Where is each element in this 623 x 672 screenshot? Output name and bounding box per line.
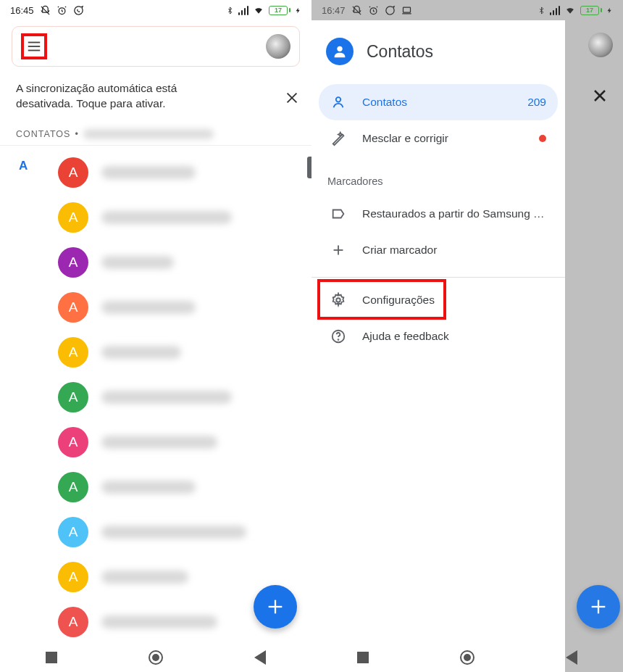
contacts-list-screen: 16:45 17 A sincronização automática está (0, 0, 312, 672)
menu-label: Configurações (362, 294, 435, 307)
person-icon (330, 94, 346, 110)
menu-label: Restaurados a partir do Samsung - ... (362, 207, 546, 220)
index-letter: A (19, 159, 28, 173)
contact-name-blurred (101, 256, 174, 269)
menu-button[interactable] (21, 33, 47, 59)
android-nav-bar (0, 643, 312, 672)
svg-point-17 (337, 46, 342, 51)
svg-point-23 (338, 339, 339, 340)
banner-line1: A sincronização automática está (16, 81, 277, 96)
bluetooth-icon (538, 5, 545, 16)
menu-label: Criar marcador (362, 244, 437, 257)
contacts-section-header: CONTATOS • (0, 122, 312, 145)
contacts-label: CONTATOS (16, 129, 70, 139)
contact-avatar: A (58, 292, 88, 323)
contact-avatar: A (58, 382, 88, 412)
nav-drawer-screen: 16:47 17 (312, 0, 623, 672)
battery-icon: 17 (269, 6, 290, 15)
add-contact-fab (577, 585, 620, 629)
menu-settings[interactable]: Configurações (319, 282, 558, 318)
plus-icon (588, 597, 609, 617)
contact-row[interactable]: A (0, 240, 312, 285)
contact-name-blurred (101, 301, 196, 314)
svg-point-18 (336, 97, 340, 101)
contact-row[interactable]: A (0, 195, 312, 240)
dnd-icon (40, 5, 51, 16)
back-button[interactable] (254, 650, 266, 665)
account-email-blurred (83, 129, 214, 139)
svg-point-21 (336, 298, 340, 302)
sync-banner[interactable]: A sincronização automática está desativa… (0, 74, 312, 122)
contact-name-blurred (101, 526, 246, 539)
wand-icon (330, 130, 346, 146)
clock: 16:47 (322, 5, 346, 16)
home-button[interactable] (149, 650, 163, 665)
contact-name-blurred (101, 391, 232, 404)
charging-icon (606, 5, 613, 16)
navigation-drawer: Contatos Contatos 209 Mesclar e corrigir… (312, 20, 565, 672)
contact-row[interactable]: A (0, 285, 312, 330)
battery-icon: 17 (580, 6, 602, 15)
contact-name-blurred (101, 481, 196, 494)
signal-icon (238, 6, 249, 15)
recent-apps-button[interactable] (357, 652, 369, 663)
dnd-icon (351, 5, 362, 16)
search-bar[interactable] (12, 26, 300, 67)
signal-icon (550, 6, 561, 15)
contact-list[interactable]: A A A A A A A A A A A (0, 146, 312, 644)
banner-close-button[interactable] (284, 90, 300, 106)
contact-name-blurred (101, 615, 217, 629)
menu-label: Contatos (362, 96, 407, 109)
contact-avatar: A (58, 247, 88, 278)
add-contact-fab[interactable] (254, 585, 297, 629)
svg-rect-11 (403, 7, 410, 12)
whatsapp-icon (385, 5, 396, 16)
markers-section-label: Marcadores (312, 162, 565, 193)
contact-name-blurred (101, 211, 232, 224)
profile-avatar[interactable] (266, 34, 290, 59)
back-button[interactable] (566, 650, 577, 665)
bluetooth-icon (226, 5, 234, 16)
divider (312, 277, 565, 278)
menu-label: Mesclar e corrigir (362, 132, 448, 145)
contact-name-blurred (101, 436, 217, 449)
alarm-icon (368, 5, 379, 16)
alert-dot-icon (539, 135, 546, 142)
plus-icon (265, 597, 285, 617)
contact-row[interactable]: A (0, 420, 312, 465)
wifi-icon (253, 6, 264, 15)
contact-avatar: A (58, 517, 88, 547)
contact-row[interactable]: A (0, 465, 312, 510)
plus-icon (330, 242, 346, 258)
contact-avatar: A (58, 337, 88, 368)
drawer-header: Contatos (312, 20, 565, 81)
app-title: Contatos (367, 42, 433, 62)
contact-name-blurred (101, 346, 181, 359)
banner-line2: desativada. Toque para ativar. (16, 96, 277, 112)
contact-avatar: A (58, 157, 88, 188)
contact-row[interactable]: A (0, 510, 312, 555)
contacts-count: 209 (527, 96, 546, 109)
close-icon (284, 90, 300, 106)
contact-name-blurred (101, 166, 196, 179)
menu-contacts[interactable]: Contatos 209 (319, 84, 558, 120)
menu-label-restored[interactable]: Restaurados a partir do Samsung - ... (319, 196, 558, 232)
status-bar: 16:47 17 (312, 0, 623, 20)
contact-row[interactable]: A (0, 375, 312, 420)
recent-apps-button[interactable] (46, 652, 57, 663)
menu-create-label[interactable]: Criar marcador (319, 232, 558, 268)
contact-row[interactable]: A (0, 150, 312, 195)
home-button[interactable] (460, 650, 474, 665)
profile-avatar (588, 33, 613, 57)
menu-label: Ajuda e feedback (362, 330, 449, 343)
charging-icon (295, 5, 301, 16)
contacts-app-icon (326, 38, 354, 65)
menu-help-feedback[interactable]: Ajuda e feedback (319, 318, 558, 354)
menu-merge-fix[interactable]: Mesclar e corrigir (319, 120, 558, 157)
alarm-icon (57, 5, 67, 16)
gear-icon (330, 292, 346, 308)
help-icon (330, 328, 346, 344)
contact-avatar: A (58, 607, 88, 637)
contact-row[interactable]: A (0, 330, 312, 375)
laptop-icon (401, 5, 412, 16)
